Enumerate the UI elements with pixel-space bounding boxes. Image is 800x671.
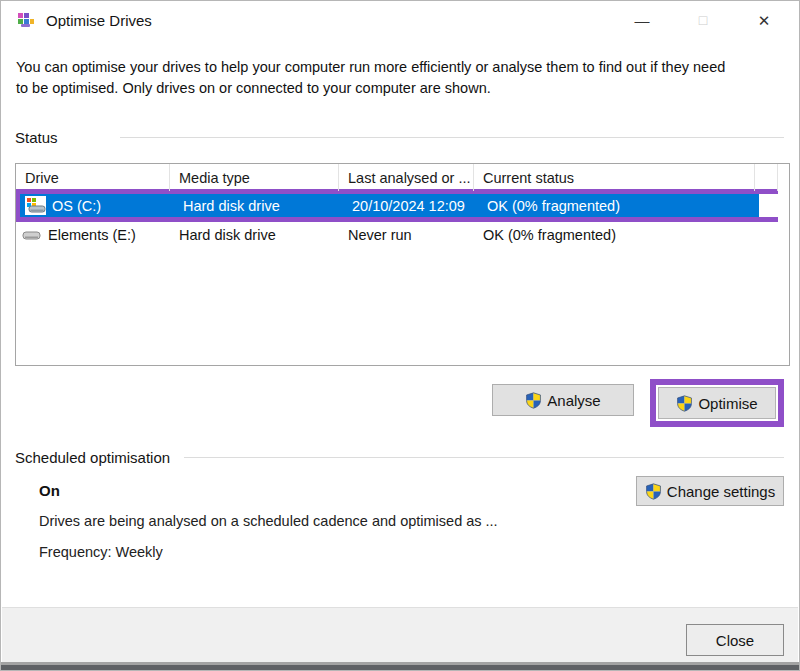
- optimise-drives-window: Optimise Drives — □ ✕ You can optimise y…: [0, 0, 800, 671]
- column-header-spacer-end: [778, 164, 789, 191]
- column-header-last-analysed[interactable]: Last analysed or ...: [339, 164, 474, 191]
- drive-name-cell: OS (C:): [20, 194, 174, 217]
- scheduled-info: On Drives are being analysed on a schedu…: [39, 482, 636, 560]
- drive-name: Elements (E:): [48, 227, 136, 243]
- last-analysed-cell: 20/10/2024 12:09: [343, 194, 478, 217]
- drive-name: OS (C:): [52, 198, 101, 214]
- window-title: Optimise Drives: [46, 12, 633, 29]
- close-icon[interactable]: ✕: [755, 13, 773, 28]
- drive-list: Drive Media type Last analysed or ... Cu…: [15, 163, 790, 366]
- hard-drive-elements-icon: [21, 225, 43, 244]
- annotation-highlight-optimise: Optimise: [650, 379, 784, 427]
- drive-list-header: Drive Media type Last analysed or ... Cu…: [16, 164, 789, 191]
- last-analysed-cell: Never run: [339, 227, 474, 243]
- optimise-button[interactable]: Optimise: [658, 387, 776, 419]
- scheduled-content: On Drives are being analysed on a schedu…: [39, 482, 784, 560]
- hard-drive-os-icon: [25, 196, 47, 215]
- window-controls: — □ ✕: [633, 13, 773, 28]
- table-row-elements-e[interactable]: Elements (E:) Hard disk drive Never run …: [16, 222, 789, 247]
- dialog-footer: Close: [2, 607, 798, 662]
- window-bottom-edge: [1, 662, 799, 670]
- scheduled-optimisation-label: Scheduled optimisation: [15, 449, 170, 466]
- current-status-cell: OK (0% fragmented): [478, 194, 759, 217]
- uac-shield-icon: [645, 483, 662, 500]
- status-divider-line: [120, 137, 784, 138]
- drive-name-cell: Elements (E:): [16, 225, 170, 244]
- column-header-drive[interactable]: Drive: [16, 164, 170, 191]
- scheduled-frequency: Frequency: Weekly: [39, 544, 636, 560]
- media-type-cell: Hard disk drive: [170, 227, 339, 243]
- row-spacer-cell: [759, 194, 782, 217]
- scheduled-state: On: [39, 482, 636, 499]
- analyse-button[interactable]: Analyse: [492, 384, 634, 416]
- titlebar: Optimise Drives — □ ✕: [1, 1, 799, 39]
- status-label: Status: [15, 129, 58, 146]
- annotation-highlight-row: OS (C:) Hard disk drive 20/10/2024 12:09…: [15, 189, 778, 222]
- close-button[interactable]: Close: [686, 624, 784, 656]
- column-header-media-type[interactable]: Media type: [170, 164, 339, 191]
- change-settings-button-label: Change settings: [667, 483, 775, 500]
- scheduled-divider-line: [184, 457, 784, 458]
- analyse-button-label: Analyse: [547, 392, 600, 409]
- intro-text: You can optimise your drives to help you…: [16, 57, 728, 98]
- media-type-cell: Hard disk drive: [174, 194, 343, 217]
- uac-shield-icon: [676, 395, 693, 412]
- current-status-cell: OK (0% fragmented): [474, 227, 755, 243]
- app-icon: [17, 11, 36, 29]
- minimize-icon[interactable]: —: [633, 13, 651, 28]
- drive-action-buttons: Analyse Optimise: [15, 379, 784, 427]
- status-group-heading: Status: [15, 129, 784, 146]
- column-header-current-status[interactable]: Current status: [474, 164, 755, 191]
- maximize-icon: □: [694, 13, 712, 27]
- close-button-label: Close: [716, 632, 754, 649]
- row-spacer-cell-end: [782, 194, 790, 217]
- scheduled-description: Drives are being analysed on a scheduled…: [39, 513, 636, 529]
- scheduled-group-heading: Scheduled optimisation: [15, 449, 784, 466]
- uac-shield-icon: [525, 392, 542, 409]
- optimise-button-label: Optimise: [698, 395, 757, 412]
- column-header-spacer: [755, 164, 778, 191]
- table-row-os-c[interactable]: OS (C:) Hard disk drive 20/10/2024 12:09…: [20, 194, 773, 217]
- change-settings-button[interactable]: Change settings: [636, 476, 784, 506]
